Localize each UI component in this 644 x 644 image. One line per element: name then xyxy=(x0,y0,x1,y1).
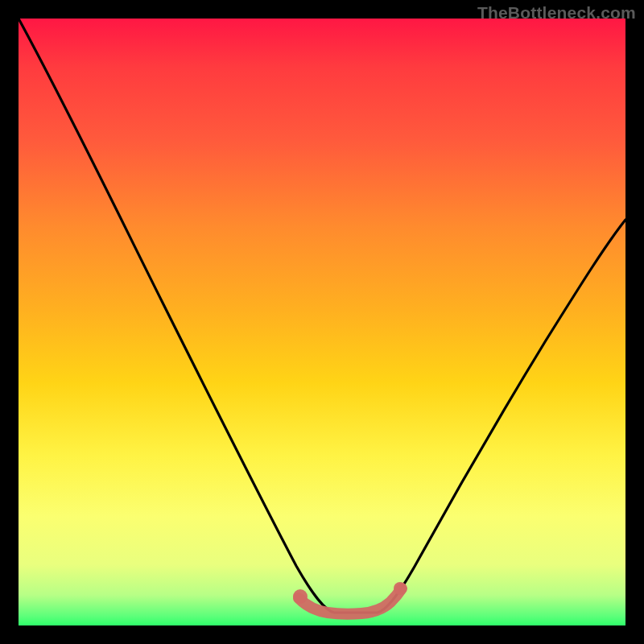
watermark-text: TheBottleneck.com xyxy=(477,3,636,23)
plot-area xyxy=(19,19,625,625)
bottleneck-curve xyxy=(19,19,625,613)
chart-svg xyxy=(19,19,625,625)
chart-frame: TheBottleneck.com xyxy=(0,0,644,644)
valley-knob-right xyxy=(394,582,407,595)
valley-knob-left xyxy=(293,589,308,604)
